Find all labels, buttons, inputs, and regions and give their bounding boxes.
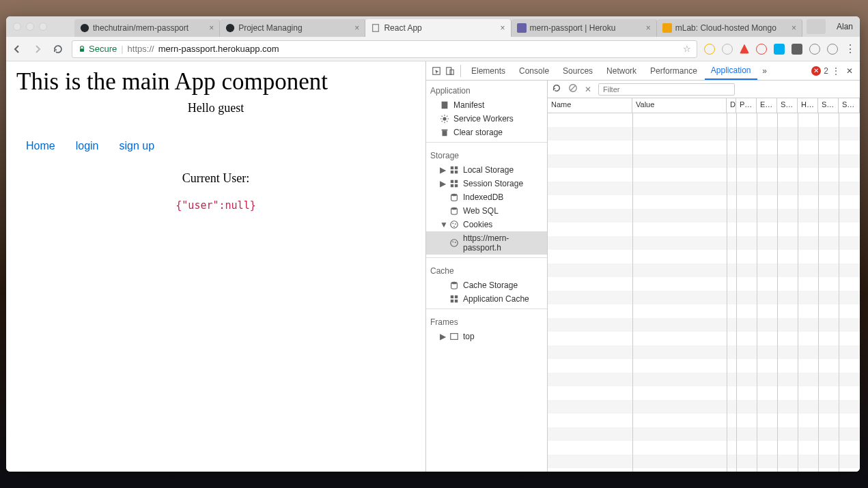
collapse-icon[interactable]: ▼ <box>440 220 445 229</box>
item-top-frame[interactable]: ▶top <box>426 330 547 343</box>
item-indexeddb[interactable]: IndexedDB <box>426 190 547 204</box>
item-application-cache[interactable]: Application Cache <box>426 292 547 306</box>
col-expires[interactable]: E… <box>757 98 777 113</box>
filter-input[interactable] <box>598 83 735 96</box>
url-host: mern-passport.herokuapp.com <box>158 44 279 54</box>
col-name[interactable]: Name <box>548 98 632 113</box>
svg-point-22 <box>451 207 458 210</box>
item-cache-storage[interactable]: Cache Storage <box>426 278 547 292</box>
ext-icon-6[interactable] <box>792 44 802 55</box>
expand-icon[interactable]: ▶ <box>440 165 445 175</box>
col-httponly[interactable]: H… <box>798 98 818 113</box>
item-local-storage[interactable]: ▶Local Storage <box>426 163 547 177</box>
omnibox[interactable]: Secure | https://mern-passport.herokuapp… <box>72 40 697 58</box>
ext-icon-1[interactable] <box>704 44 715 55</box>
toolbar: Secure | https://mern-passport.herokuapp… <box>6 37 860 61</box>
close-icon[interactable]: × <box>354 23 359 33</box>
error-count: 2 <box>824 66 828 76</box>
browser-window: thechutrain/mern-passport × Project Mana… <box>6 16 860 472</box>
svg-point-28 <box>452 241 453 242</box>
tab-github-repo[interactable]: thechutrain/mern-passport × <box>74 19 220 37</box>
item-clear-storage[interactable]: Clear storage <box>426 126 547 139</box>
svg-rect-3 <box>517 23 527 33</box>
svg-point-24 <box>452 223 453 224</box>
more-tabs-icon[interactable]: » <box>759 65 771 77</box>
ext-icon-5[interactable] <box>774 44 785 55</box>
col-samesite[interactable]: S… <box>839 98 860 113</box>
new-tab-button[interactable] <box>807 19 826 34</box>
item-websql[interactable]: Web SQL <box>426 204 547 218</box>
grid-body[interactable] <box>548 113 860 472</box>
tab-mlab[interactable]: mLab: Cloud-hosted Mongo × <box>657 19 802 37</box>
bookmark-star-icon[interactable]: ☆ <box>683 44 691 54</box>
col-value[interactable]: Value <box>632 98 727 113</box>
close-window[interactable] <box>13 23 21 31</box>
col-path[interactable]: P… <box>736 98 757 113</box>
tab-console[interactable]: Console <box>513 61 555 80</box>
svg-rect-7 <box>447 67 451 74</box>
col-secure[interactable]: S… <box>818 98 839 113</box>
device-toggle-icon[interactable] <box>444 65 456 77</box>
tab-heroku[interactable]: mern-passport | Heroku × <box>512 19 657 37</box>
titlebar: thechutrain/mern-passport × Project Mana… <box>6 16 860 37</box>
group-frames: Frames <box>426 312 547 330</box>
link-home[interactable]: Home <box>26 140 55 152</box>
svg-rect-32 <box>455 296 458 298</box>
link-signup[interactable]: sign up <box>120 140 155 152</box>
ext-icon-4[interactable] <box>756 44 767 55</box>
item-cookie-origin[interactable]: https://mern-passport.h <box>426 231 547 255</box>
ext-icon-3[interactable] <box>740 44 749 54</box>
reload-button[interactable] <box>51 42 65 56</box>
forward-button[interactable] <box>31 42 44 56</box>
page-heading: This is the main App component <box>16 68 415 96</box>
tab-sources[interactable]: Sources <box>557 61 599 80</box>
expand-icon[interactable]: ▶ <box>440 332 445 341</box>
close-devtools-icon[interactable]: ✕ <box>843 65 856 77</box>
tab-performance[interactable]: Performance <box>644 61 703 80</box>
item-service-workers[interactable]: Service Workers <box>426 112 547 126</box>
application-sidebar: Application Manifest Service Workers Cle… <box>426 81 548 472</box>
browser-menu-icon[interactable]: ⋮ <box>845 42 856 55</box>
clear-icon[interactable] <box>568 83 578 95</box>
close-icon[interactable]: × <box>792 23 796 33</box>
close-icon[interactable]: × <box>501 23 505 33</box>
content-area: This is the main App component Hello gue… <box>6 61 860 472</box>
minimize-window[interactable] <box>26 23 34 31</box>
col-size[interactable]: S… <box>777 98 798 113</box>
devtools-menu-icon[interactable]: ⋮ <box>830 65 842 77</box>
tab-label: mLab: Cloud-hosted Mongo <box>675 23 788 33</box>
delete-icon[interactable]: ✕ <box>585 85 591 94</box>
close-icon[interactable]: × <box>209 23 214 33</box>
svg-rect-8 <box>450 70 453 74</box>
maximize-window[interactable] <box>39 23 47 31</box>
tab-elements[interactable]: Elements <box>465 61 512 80</box>
tab-react-app[interactable]: React App × <box>365 19 511 37</box>
svg-point-30 <box>451 282 458 285</box>
link-login[interactable]: login <box>76 140 99 152</box>
heroku-icon <box>517 23 527 33</box>
item-cookies[interactable]: ▼Cookies <box>426 218 547 231</box>
profile-name[interactable]: Alan <box>830 22 860 31</box>
svg-rect-31 <box>451 296 453 298</box>
tab-network[interactable]: Network <box>600 61 643 80</box>
item-manifest[interactable]: Manifest <box>426 98 547 112</box>
tab-application[interactable]: Application <box>705 61 757 80</box>
ext-icon-7[interactable] <box>809 44 820 55</box>
ext-icon-2[interactable] <box>722 44 733 55</box>
window-controls <box>6 23 47 31</box>
devtools-body: Application Manifest Service Workers Cle… <box>426 81 860 472</box>
back-button[interactable] <box>10 42 24 56</box>
tab-label: thechutrain/mern-passport <box>93 23 206 33</box>
error-indicator[interactable]: ✕ 2 <box>811 66 828 76</box>
expand-icon[interactable]: ▶ <box>440 179 445 188</box>
col-domain[interactable]: D <box>727 98 736 113</box>
inspect-icon[interactable] <box>430 65 443 77</box>
svg-point-23 <box>451 221 458 229</box>
refresh-icon[interactable] <box>552 83 561 95</box>
close-icon[interactable]: × <box>646 23 651 33</box>
item-session-storage[interactable]: ▶Session Storage <box>426 177 547 190</box>
ext-icon-8[interactable] <box>827 44 838 55</box>
lock-icon <box>78 45 86 53</box>
svg-point-29 <box>455 242 456 243</box>
tab-project-managing[interactable]: Project Managing × <box>220 19 365 37</box>
